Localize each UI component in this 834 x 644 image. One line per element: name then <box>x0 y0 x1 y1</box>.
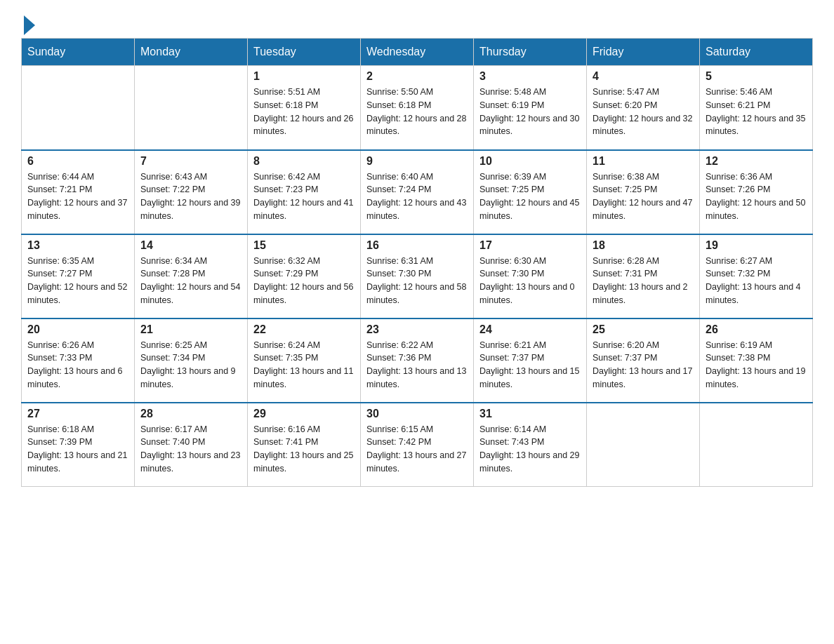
calendar-cell: 11Sunrise: 6:38 AMSunset: 7:25 PMDayligh… <box>587 150 700 234</box>
weekday-header-sunday: Sunday <box>22 39 135 66</box>
day-info: Sunrise: 6:27 AMSunset: 7:32 PMDaylight:… <box>706 255 807 307</box>
day-info: Sunrise: 6:16 AMSunset: 7:41 PMDaylight:… <box>253 423 355 476</box>
calendar-cell <box>587 403 700 487</box>
calendar-cell: 31Sunrise: 6:14 AMSunset: 7:43 PMDayligh… <box>474 403 587 487</box>
day-info: Sunrise: 6:39 AMSunset: 7:25 PMDaylight:… <box>479 170 581 223</box>
day-number: 28 <box>140 408 241 420</box>
day-info: Sunrise: 6:14 AMSunset: 7:43 PMDaylight:… <box>479 423 581 476</box>
day-number: 31 <box>479 408 581 420</box>
calendar-cell: 7Sunrise: 6:43 AMSunset: 7:22 PMDaylight… <box>135 150 248 234</box>
day-number: 30 <box>366 408 468 420</box>
day-info: Sunrise: 6:17 AMSunset: 7:40 PMDaylight:… <box>140 423 241 476</box>
day-number: 12 <box>706 155 807 168</box>
calendar-cell: 17Sunrise: 6:30 AMSunset: 7:30 PMDayligh… <box>474 234 587 318</box>
day-number: 15 <box>253 239 355 252</box>
calendar-cell: 19Sunrise: 6:27 AMSunset: 7:32 PMDayligh… <box>700 234 813 318</box>
calendar-cell: 26Sunrise: 6:19 AMSunset: 7:38 PMDayligh… <box>700 318 813 403</box>
calendar-cell: 20Sunrise: 6:26 AMSunset: 7:33 PMDayligh… <box>22 318 135 403</box>
day-number: 8 <box>253 155 355 168</box>
day-number: 3 <box>479 70 581 83</box>
calendar-week-row: 27Sunrise: 6:18 AMSunset: 7:39 PMDayligh… <box>22 403 813 487</box>
day-info: Sunrise: 6:32 AMSunset: 7:29 PMDaylight:… <box>253 255 355 307</box>
weekday-header-saturday: Saturday <box>700 39 813 66</box>
weekday-header-tuesday: Tuesday <box>248 39 361 66</box>
calendar-cell: 9Sunrise: 6:40 AMSunset: 7:24 PMDaylight… <box>361 150 474 234</box>
day-number: 4 <box>593 70 694 83</box>
day-number: 11 <box>593 155 694 168</box>
day-number: 5 <box>706 70 807 83</box>
day-info: Sunrise: 6:26 AMSunset: 7:33 PMDaylight:… <box>27 339 128 391</box>
day-info: Sunrise: 6:42 AMSunset: 7:23 PMDaylight:… <box>253 170 355 223</box>
calendar-cell: 4Sunrise: 5:47 AMSunset: 6:20 PMDaylight… <box>587 66 700 150</box>
day-info: Sunrise: 6:36 AMSunset: 7:26 PMDaylight:… <box>706 170 807 223</box>
day-number: 14 <box>140 239 241 252</box>
day-info: Sunrise: 6:19 AMSunset: 7:38 PMDaylight:… <box>706 339 807 391</box>
day-info: Sunrise: 6:22 AMSunset: 7:36 PMDaylight:… <box>366 339 468 391</box>
day-number: 6 <box>27 155 128 168</box>
day-info: Sunrise: 6:43 AMSunset: 7:22 PMDaylight:… <box>140 170 241 223</box>
weekday-header-friday: Friday <box>587 39 700 66</box>
day-info: Sunrise: 6:18 AMSunset: 7:39 PMDaylight:… <box>27 423 128 476</box>
day-number: 20 <box>27 323 128 336</box>
day-number: 7 <box>140 155 241 168</box>
day-info: Sunrise: 6:44 AMSunset: 7:21 PMDaylight:… <box>27 170 128 223</box>
day-number: 10 <box>479 155 581 168</box>
calendar-cell: 15Sunrise: 6:32 AMSunset: 7:29 PMDayligh… <box>248 234 361 318</box>
calendar-week-row: 20Sunrise: 6:26 AMSunset: 7:33 PMDayligh… <box>22 318 813 403</box>
calendar-week-row: 1Sunrise: 5:51 AMSunset: 6:18 PMDaylight… <box>22 66 813 150</box>
day-number: 25 <box>593 323 694 336</box>
calendar-cell: 24Sunrise: 6:21 AMSunset: 7:37 PMDayligh… <box>474 318 587 403</box>
day-info: Sunrise: 5:47 AMSunset: 6:20 PMDaylight:… <box>593 86 694 138</box>
calendar-cell: 28Sunrise: 6:17 AMSunset: 7:40 PMDayligh… <box>135 403 248 487</box>
calendar-cell: 6Sunrise: 6:44 AMSunset: 7:21 PMDaylight… <box>22 150 135 234</box>
day-number: 1 <box>253 70 355 83</box>
weekday-header-row: SundayMondayTuesdayWednesdayThursdayFrid… <box>22 39 813 66</box>
day-number: 18 <box>593 239 694 252</box>
page-header <box>21 14 813 32</box>
logo-arrow-icon <box>24 15 35 35</box>
day-info: Sunrise: 6:25 AMSunset: 7:34 PMDaylight:… <box>140 339 241 391</box>
calendar-cell <box>700 403 813 487</box>
weekday-header-thursday: Thursday <box>474 39 587 66</box>
weekday-header-wednesday: Wednesday <box>361 39 474 66</box>
calendar-cell: 8Sunrise: 6:42 AMSunset: 7:23 PMDaylight… <box>248 150 361 234</box>
day-info: Sunrise: 5:50 AMSunset: 6:18 PMDaylight:… <box>366 86 468 138</box>
calendar-cell: 10Sunrise: 6:39 AMSunset: 7:25 PMDayligh… <box>474 150 587 234</box>
day-info: Sunrise: 6:35 AMSunset: 7:27 PMDaylight:… <box>27 255 128 307</box>
calendar-week-row: 6Sunrise: 6:44 AMSunset: 7:21 PMDaylight… <box>22 150 813 234</box>
day-number: 26 <box>706 323 807 336</box>
day-info: Sunrise: 6:38 AMSunset: 7:25 PMDaylight:… <box>593 170 694 223</box>
calendar-table: SundayMondayTuesdayWednesdayThursdayFrid… <box>21 38 813 487</box>
day-info: Sunrise: 6:40 AMSunset: 7:24 PMDaylight:… <box>366 170 468 223</box>
day-number: 21 <box>140 323 241 336</box>
day-info: Sunrise: 6:20 AMSunset: 7:37 PMDaylight:… <box>593 339 694 391</box>
calendar-cell <box>135 66 248 150</box>
day-info: Sunrise: 6:30 AMSunset: 7:30 PMDaylight:… <box>479 255 581 307</box>
day-number: 29 <box>253 408 355 420</box>
calendar-cell: 16Sunrise: 6:31 AMSunset: 7:30 PMDayligh… <box>361 234 474 318</box>
calendar-cell: 23Sunrise: 6:22 AMSunset: 7:36 PMDayligh… <box>361 318 474 403</box>
day-info: Sunrise: 5:51 AMSunset: 6:18 PMDaylight:… <box>253 86 355 138</box>
day-number: 9 <box>366 155 468 168</box>
day-number: 22 <box>253 323 355 336</box>
calendar-cell: 25Sunrise: 6:20 AMSunset: 7:37 PMDayligh… <box>587 318 700 403</box>
calendar-cell: 21Sunrise: 6:25 AMSunset: 7:34 PMDayligh… <box>135 318 248 403</box>
calendar-cell: 14Sunrise: 6:34 AMSunset: 7:28 PMDayligh… <box>135 234 248 318</box>
calendar-cell: 3Sunrise: 5:48 AMSunset: 6:19 PMDaylight… <box>474 66 587 150</box>
calendar-cell: 2Sunrise: 5:50 AMSunset: 6:18 PMDaylight… <box>361 66 474 150</box>
day-info: Sunrise: 6:24 AMSunset: 7:35 PMDaylight:… <box>253 339 355 391</box>
calendar-cell: 18Sunrise: 6:28 AMSunset: 7:31 PMDayligh… <box>587 234 700 318</box>
day-info: Sunrise: 6:28 AMSunset: 7:31 PMDaylight:… <box>593 255 694 307</box>
calendar-cell: 12Sunrise: 6:36 AMSunset: 7:26 PMDayligh… <box>700 150 813 234</box>
day-number: 17 <box>479 239 581 252</box>
calendar-cell: 5Sunrise: 5:46 AMSunset: 6:21 PMDaylight… <box>700 66 813 150</box>
logo <box>21 14 35 32</box>
day-info: Sunrise: 6:21 AMSunset: 7:37 PMDaylight:… <box>479 339 581 391</box>
weekday-header-monday: Monday <box>135 39 248 66</box>
day-info: Sunrise: 5:48 AMSunset: 6:19 PMDaylight:… <box>479 86 581 138</box>
calendar-cell: 27Sunrise: 6:18 AMSunset: 7:39 PMDayligh… <box>22 403 135 487</box>
day-number: 16 <box>366 239 468 252</box>
calendar-cell <box>22 66 135 150</box>
day-info: Sunrise: 6:31 AMSunset: 7:30 PMDaylight:… <box>366 255 468 307</box>
calendar-cell: 22Sunrise: 6:24 AMSunset: 7:35 PMDayligh… <box>248 318 361 403</box>
